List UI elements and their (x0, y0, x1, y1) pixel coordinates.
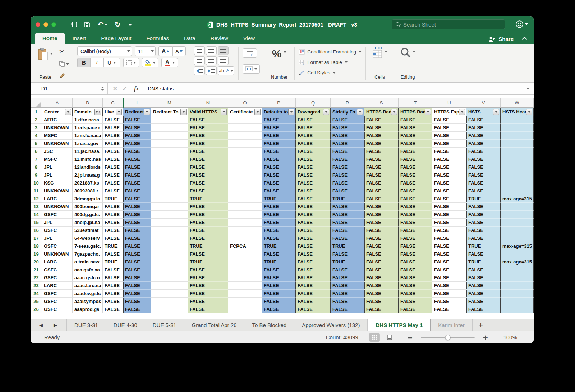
cell-P10[interactable]: FALSE (262, 179, 296, 187)
cell-P16[interactable]: FALSE (262, 227, 296, 234)
cell-C3[interactable]: FALSE (103, 124, 123, 132)
ribbon-tab-insert[interactable]: Insert (65, 33, 94, 44)
cell-Q24[interactable]: FALSE (296, 290, 331, 298)
cell-P19[interactable]: FALSE (262, 250, 296, 258)
filter-button-R[interactable] (357, 109, 363, 115)
cell-P8[interactable]: FALSE (262, 163, 296, 171)
cell-A21[interactable]: GSFC (42, 266, 73, 274)
cell-S14[interactable]: FALSE (364, 211, 399, 219)
filter-button-V[interactable] (493, 109, 499, 115)
cell-O5[interactable] (228, 140, 262, 148)
cell-W10[interactable] (501, 179, 534, 187)
cell-R20[interactable]: TRUE (331, 258, 364, 266)
font-size-select[interactable]: 11 (135, 46, 156, 56)
cell-L14[interactable]: FALSE (123, 211, 151, 219)
row-header-3[interactable]: 3 (31, 124, 42, 132)
cell-N3[interactable]: FALSE (188, 124, 228, 132)
cell-T5[interactable]: FALSE (399, 140, 432, 148)
cell-A16[interactable]: GSFC (42, 227, 73, 234)
cell-M24[interactable] (151, 290, 188, 298)
ribbon-tab-review[interactable]: Review (203, 33, 236, 44)
cell-S8[interactable]: FALSE (364, 163, 399, 171)
cell-A4[interactable]: MSFC (42, 132, 73, 140)
cell-V18[interactable]: TRUE (466, 242, 501, 250)
save-icon[interactable] (84, 22, 90, 28)
cell-C19[interactable]: FALSE (103, 250, 123, 258)
cell-W17[interactable] (501, 234, 534, 242)
zoom-in-icon[interactable]: + (483, 333, 488, 341)
cell-W6[interactable] (501, 148, 534, 155)
cell-B21[interactable]: aaa.gsfc.na (73, 266, 103, 274)
cell-A14[interactable]: GSFC (42, 211, 73, 219)
cell-U23[interactable]: FALSE (432, 282, 466, 290)
cell-L22[interactable]: FALSE (123, 274, 151, 282)
cell-T24[interactable]: FALSE (399, 290, 432, 298)
cell-S17[interactable]: FALSE (364, 234, 399, 242)
row-header-21[interactable]: 21 (31, 266, 42, 274)
cell-B9[interactable]: 2.jpl.nasa.g (73, 171, 103, 179)
cell-B8[interactable]: 12landlords (73, 163, 103, 171)
align-left-button[interactable] (194, 56, 205, 65)
cell-R12[interactable]: TRUE (331, 195, 364, 203)
cell-V20[interactable]: TRUE (466, 258, 501, 266)
header-cell-O1[interactable]: Certificate (228, 108, 262, 116)
column-header-T[interactable]: T (399, 98, 432, 108)
toggle-sidebar-icon[interactable] (70, 22, 77, 27)
cell-M7[interactable] (151, 155, 188, 163)
cell-W19[interactable] (501, 250, 534, 258)
increase-font-size-button[interactable]: A (158, 46, 172, 56)
cell-B17[interactable]: 64-webserv (73, 234, 103, 242)
cell-S21[interactable]: FALSE (364, 266, 399, 274)
cell-T7[interactable]: FALSE (399, 155, 432, 163)
cell-M19[interactable] (151, 250, 188, 258)
cell-A6[interactable]: JSC (42, 148, 73, 155)
cell-U6[interactable]: FALSE (432, 148, 466, 155)
cell-L24[interactable]: FALSE (123, 290, 151, 298)
cell-S7[interactable]: FALSE (364, 155, 399, 163)
column-header-M[interactable]: M (151, 98, 188, 108)
cell-W4[interactable] (501, 132, 534, 140)
filter-button-P[interactable] (288, 109, 294, 115)
cell-B2[interactable]: 1.dfrc.nasa. (73, 116, 103, 124)
cell-C2[interactable]: FALSE (103, 116, 123, 124)
cell-N9[interactable]: FALSE (188, 171, 228, 179)
cell-R14[interactable]: FALSE (331, 211, 364, 219)
cell-C16[interactable]: FALSE (103, 227, 123, 234)
filter-button-N[interactable] (221, 109, 227, 115)
cell-M25[interactable] (151, 298, 188, 305)
prev-sheet-icon[interactable]: ◀ (39, 322, 43, 328)
wrap-text-button[interactable] (243, 48, 257, 58)
cell-R15[interactable]: FALSE (331, 219, 364, 227)
cell-S24[interactable]: FALSE (364, 290, 399, 298)
cell-L13[interactable]: FALSE (123, 203, 151, 211)
column-header-A[interactable]: A (42, 98, 73, 108)
cell-V15[interactable]: FALSE (466, 219, 501, 227)
row-header-24[interactable]: 24 (31, 290, 42, 298)
filter-button-Q[interactable] (323, 109, 329, 115)
cell-V26[interactable]: FALSE (466, 305, 501, 313)
header-cell-T1[interactable]: HTTPS Bad (399, 108, 432, 116)
cell-Q14[interactable]: FALSE (296, 211, 331, 219)
underline-button[interactable]: U (103, 58, 120, 67)
cell-R24[interactable]: FALSE (331, 290, 364, 298)
header-cell-B1[interactable]: Domain↑ (73, 108, 103, 116)
cell-L21[interactable]: FALSE (123, 266, 151, 274)
sheet-tab-approved-waivers-132-[interactable]: Approved Waivers (132) (294, 319, 368, 331)
cell-C4[interactable]: FALSE (103, 132, 123, 140)
filter-button-S[interactable] (391, 109, 397, 115)
cell-O18[interactable]: FCPCA (228, 242, 262, 250)
cells-button[interactable]: Cells (370, 46, 390, 80)
cell-A17[interactable]: JPL (42, 234, 73, 242)
cell-A3[interactable]: UNKNOWN (42, 124, 73, 132)
cell-L26[interactable]: FALSE (123, 305, 151, 313)
undo-button[interactable]: ↶ (97, 21, 107, 28)
cell-U10[interactable]: FALSE (432, 179, 466, 187)
cell-L20[interactable]: FALSE (123, 258, 151, 266)
cell-L5[interactable]: FALSE (123, 140, 151, 148)
cell-C12[interactable]: TRUE (103, 195, 123, 203)
cell-P6[interactable]: FALSE (262, 148, 296, 155)
cell-N5[interactable]: FALSE (188, 140, 228, 148)
column-header-O[interactable]: O (228, 98, 262, 108)
cell-S4[interactable]: FALSE (364, 132, 399, 140)
cell-O21[interactable] (228, 266, 262, 274)
